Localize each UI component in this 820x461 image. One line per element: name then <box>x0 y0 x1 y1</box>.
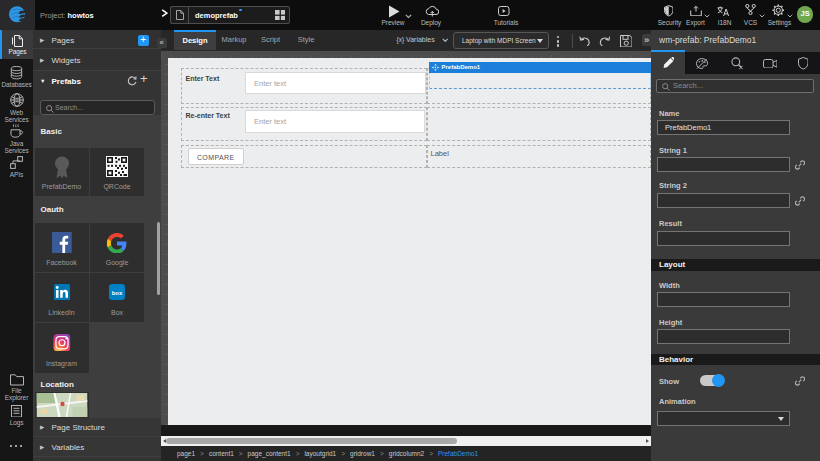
svg-text:box: box <box>112 289 123 295</box>
